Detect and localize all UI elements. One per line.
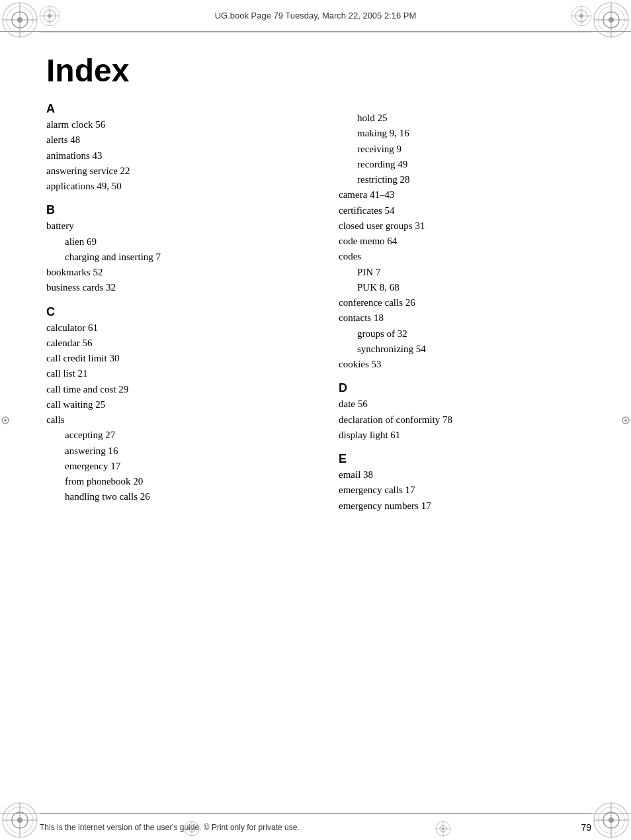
list-item: declaration of conformity 78 [339,412,591,428]
list-item: applications 49, 50 [46,179,299,194]
right-mid-decoration [620,415,631,426]
list-item: bookmarks 52 [46,265,299,280]
svg-point-25 [4,419,7,422]
section-E: E email 38 emergency calls 17 emergency … [339,452,591,514]
list-item: certificates 54 [339,203,591,218]
list-item: calculator 61 [46,320,299,336]
footer-text: This is the internet version of the user… [40,823,300,832]
svg-point-27 [624,419,627,422]
list-item: calls [46,412,299,428]
section-letter-A: A [46,102,299,116]
list-item: groups of 32 [339,326,591,342]
list-item: call credit limit 30 [46,351,299,366]
right-column: hold 25 making 9, 16 receiving 9 recordi… [319,52,591,800]
calls-continuation: hold 25 making 9, 16 receiving 9 recordi… [339,111,591,372]
list-item: closed user groups 31 [339,218,591,234]
left-column: Index A alarm clock 56 alerts 48 animati… [46,52,319,800]
list-item: battery [46,218,299,234]
list-item: alien 69 [46,234,299,250]
section-D: D date 56 declaration of conformity 78 d… [339,381,591,443]
list-item: synchronizing 54 [339,342,591,357]
section-letter-B: B [46,203,299,217]
list-item: restricting 28 [339,172,591,187]
list-item: emergency numbers 17 [339,498,591,514]
footer-circle-right [435,820,452,837]
list-item: recording 49 [339,157,591,172]
section-A: A alarm clock 56 alerts 48 animations 43… [46,102,299,194]
list-item: handling two calls 26 [46,489,299,504]
list-item: conference calls 26 [339,295,591,310]
header-text: UG.book Page 79 Tuesday, March 22, 2005 … [215,11,417,21]
list-item: call waiting 25 [46,397,299,412]
page-number: 79 [581,822,591,833]
footer-circle-left [183,820,200,837]
header-inner-circle-right [570,5,593,27]
list-item: date 56 [339,397,591,412]
list-item: animations 43 [46,148,299,163]
list-item: alarm clock 56 [46,117,299,132]
list-item: from phonebook 20 [46,474,299,489]
list-item: call time and cost 29 [46,382,299,397]
list-item: emergency calls 17 [339,483,591,498]
section-letter-D: D [339,381,591,395]
list-item: display light 61 [339,428,591,443]
list-item: codes [339,249,591,264]
list-item: accepting 27 [46,428,299,443]
header-inner-circle-left [38,5,61,27]
list-item: answering service 22 [46,163,299,179]
list-item: contacts 18 [339,310,591,326]
page-title: Index [46,52,299,89]
section-C: C calculator 61 calendar 56 call credit … [46,305,299,505]
list-item: alerts 48 [46,132,299,148]
list-item: receiving 9 [339,142,591,157]
list-item: camera 41–43 [339,187,591,203]
header-bar: UG.book Page 79 Tuesday, March 22, 2005 … [0,0,631,32]
list-item: PIN 7 [339,265,591,280]
list-item: hold 25 [339,111,591,126]
section-letter-E: E [339,452,591,466]
list-item: code memo 64 [339,234,591,249]
list-item: answering 16 [46,443,299,459]
list-item: making 9, 16 [339,126,591,141]
section-B: B battery alien 69 charging and insertin… [46,203,299,295]
list-item: PUK 8, 68 [339,280,591,295]
page: UG.book Page 79 Tuesday, March 22, 2005 … [0,0,631,840]
list-item: call list 21 [46,366,299,381]
left-mid-decoration [0,415,11,426]
footer: This is the internet version of the user… [0,814,631,840]
list-item: charging and inserting 7 [46,250,299,265]
list-item: calendar 56 [46,336,299,351]
section-letter-C: C [46,305,299,319]
list-item: cookies 53 [339,357,591,372]
list-item: email 38 [339,467,591,483]
list-item: business cards 32 [46,280,299,295]
main-content: Index A alarm clock 56 alerts 48 animati… [0,32,631,813]
list-item: emergency 17 [46,459,299,474]
